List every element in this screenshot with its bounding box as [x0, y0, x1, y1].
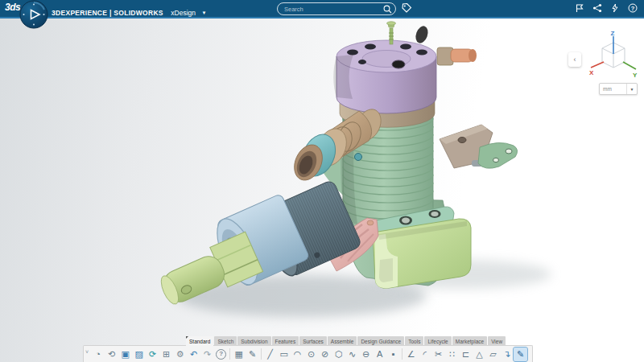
tag-icon[interactable]: [401, 2, 412, 14]
toolbar-collapse-chevron[interactable]: ˅: [85, 349, 89, 355]
triad-x-label: X: [589, 69, 594, 76]
help-circle-icon[interactable]: ?: [214, 348, 228, 361]
arc-icon[interactable]: ◠: [291, 348, 304, 361]
search-bar[interactable]: [277, 2, 396, 15]
model-viewport[interactable]: ‹ Z X Y mm ▼: [0, 19, 644, 362]
exhaust-bracket[interactable]: [440, 125, 518, 168]
offset-icon[interactable]: ⊏: [459, 348, 473, 361]
fuel-nipple[interactable]: [437, 47, 477, 65]
polygon-icon[interactable]: ⬡: [332, 348, 345, 361]
view-triad[interactable]: Z X Y: [586, 30, 642, 81]
triad-z-label: Z: [611, 30, 615, 37]
point-icon[interactable]: ▪: [386, 348, 400, 361]
tab-lifecycle[interactable]: Lifecycle: [424, 336, 451, 346]
trim-icon[interactable]: ✂: [431, 348, 445, 361]
redo-icon[interactable]: ↷: [200, 348, 214, 361]
app-window: 3ds 3DEXPERIENCE | SOLIDWORKS xDesign ▼: [0, 0, 644, 362]
units-dropdown[interactable]: mm ▼: [599, 83, 638, 95]
text-icon[interactable]: A: [373, 348, 386, 361]
triad-y-label: Y: [633, 72, 638, 79]
fillet-icon[interactable]: ◜: [418, 348, 431, 361]
toolbar-separator: [261, 348, 262, 360]
settings-gear-icon[interactable]: ⚙: [173, 348, 187, 361]
corner-icon[interactable]: ∠: [404, 348, 418, 361]
tab-view[interactable]: View: [488, 336, 506, 346]
tab-assemble[interactable]: Assemble: [328, 336, 357, 346]
cylinder-head[interactable]: [333, 40, 436, 113]
reload-clock-icon[interactable]: ⟲: [105, 348, 118, 361]
help-icon[interactable]: ?: [627, 2, 638, 13]
export-icon[interactable]: ⊞: [159, 348, 173, 361]
ellipse-icon[interactable]: ⊘: [318, 348, 332, 361]
search-icon[interactable]: [383, 5, 392, 14]
bottom-toolbar: ˅ ◔⟲▣▨⟳⊞⚙↶↷?▦✎╱▭◠⊙⊘⬡∿⊖A▪∠◜✂∷⊏△▱↴✎: [83, 345, 533, 362]
sync-icon[interactable]: ⟳: [146, 348, 159, 361]
tab-surfaces[interactable]: Surfaces: [299, 336, 327, 346]
tab-sketch[interactable]: Sketch: [214, 336, 237, 346]
collapse-panel-chevron[interactable]: ‹: [568, 52, 581, 67]
circle-icon[interactable]: ⊙: [304, 348, 318, 361]
extrude-cube-icon[interactable]: ▱: [486, 348, 500, 361]
history-icon[interactable]: ◔: [91, 348, 105, 361]
share-icon[interactable]: [592, 2, 602, 13]
convert-entities-icon[interactable]: △: [473, 348, 486, 361]
ribbon-tabs: StandardSketchSubdivisionFeaturesSurface…: [186, 336, 506, 346]
flag-icon[interactable]: [574, 2, 584, 13]
undo-icon[interactable]: ↶: [187, 348, 200, 361]
search-input[interactable]: [278, 6, 383, 13]
tab-marketplace[interactable]: Marketplace: [452, 336, 487, 346]
app-name[interactable]: xDesign: [171, 9, 196, 17]
3dexperience-compass-icon[interactable]: [19, 0, 48, 29]
brand-title: 3DEXPERIENCE | SOLIDWORKS: [52, 9, 163, 17]
engine-assembly-model[interactable]: [121, 19, 564, 340]
toolbar-separator: [229, 348, 230, 360]
pattern-icon[interactable]: ∷: [445, 348, 459, 361]
line-icon[interactable]: ╱: [263, 348, 277, 361]
rectangle-icon[interactable]: ▭: [277, 348, 291, 361]
chevron-down-icon[interactable]: ▼: [201, 10, 206, 15]
tab-features[interactable]: Features: [272, 336, 299, 346]
lightning-icon[interactable]: [609, 2, 620, 13]
slot-icon[interactable]: ⊖: [359, 348, 373, 361]
chevron-down-icon[interactable]: ▼: [626, 84, 637, 94]
tab-tools[interactable]: Tools: [405, 336, 423, 346]
toolbar-icons: ◔⟲▣▨⟳⊞⚙↶↷?▦✎╱▭◠⊙⊘⬡∿⊖A▪∠◜✂∷⊏△▱↴✎: [91, 348, 527, 361]
tab-subdivision[interactable]: Subdivision: [237, 336, 270, 346]
save-icon[interactable]: ▣: [118, 348, 132, 361]
spline-icon[interactable]: ∿: [345, 348, 359, 361]
topbar-right-icons: ?: [574, 2, 638, 13]
sketch-grid-icon[interactable]: ▦: [232, 348, 246, 361]
relocate-icon[interactable]: ↴: [500, 348, 514, 361]
dassault-3ds-logo: 3ds: [5, 2, 20, 13]
units-value: mm: [600, 86, 626, 92]
tab-standard[interactable]: Standard: [186, 336, 213, 346]
save-as-icon[interactable]: ▨: [132, 348, 146, 361]
sketch-pencil-icon[interactable]: ✎: [246, 348, 259, 361]
svg-text:?: ?: [630, 4, 634, 11]
tab-design-guidance[interactable]: Design Guidance: [357, 336, 404, 346]
app-title: 3DEXPERIENCE | SOLIDWORKS xDesign ▼: [52, 4, 206, 19]
edit-sketch-icon[interactable]: ✎: [514, 348, 527, 361]
toolbar-separator: [402, 348, 402, 360]
